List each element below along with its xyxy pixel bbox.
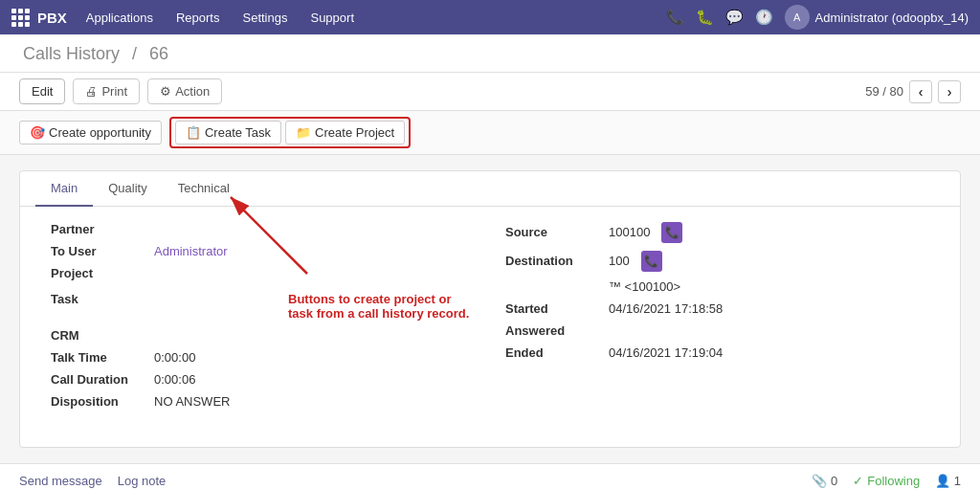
user-menu[interactable]: A Administrator (odoopbx_14) (785, 5, 969, 30)
grid-icon (11, 9, 30, 27)
source-phone-btn[interactable]: 📞 (661, 222, 682, 243)
tabs: Main Quality Technical (20, 171, 960, 207)
avatar: A (785, 5, 810, 30)
following-label: Following (867, 474, 920, 488)
tab-technical[interactable]: Technical (163, 171, 245, 207)
send-message-link[interactable]: Send message (19, 474, 102, 488)
toolbar: Edit 🖨 Print ⚙ Action 59 / 80 ‹ › (0, 73, 980, 111)
destination-label: Destination (505, 254, 601, 268)
action-label: Action (175, 84, 210, 99)
field-started: Started 04/16/2021 17:18:58 (505, 301, 929, 316)
page-numbers: 59 / 80 (865, 84, 903, 99)
disposition-value: NO ANSWER (154, 394, 230, 409)
nav-reports[interactable]: Reports (172, 3, 224, 33)
disposition-label: Disposition (51, 394, 146, 409)
tab-main[interactable]: Main (35, 171, 93, 207)
sub-toolbar: 🎯 Create opportunity 📋 Create Task 📁 Cre… (0, 111, 980, 155)
phone-icon[interactable]: 📞 (666, 9, 684, 26)
bottom-bar-right: 📎 0 ✓ Following 👤 1 (812, 474, 961, 488)
call-duration-label: Call Duration (51, 372, 146, 387)
print-button[interactable]: 🖨 Print (73, 78, 140, 104)
field-crm: CRM (51, 328, 475, 343)
source-value: 100100 (609, 225, 650, 239)
paperclip-icon: 📎 (812, 474, 827, 488)
field-project: Project (51, 266, 475, 280)
action-button[interactable]: ⚙ Action (147, 78, 222, 104)
fields-grid: Partner To User Administrator Project Ta… (20, 207, 960, 432)
to-user-value[interactable]: Administrator (154, 244, 228, 258)
check-icon: ✓ (853, 474, 863, 488)
field-task: Task Buttons to create project or task f… (51, 288, 475, 321)
started-value: 04/16/2021 17:18:58 (609, 301, 723, 316)
clock-icon[interactable]: 🕐 (755, 9, 773, 26)
username: Administrator (odoopbx_14) (815, 11, 969, 25)
prev-button[interactable]: ‹ (909, 80, 932, 103)
gear-icon: ⚙ (160, 84, 171, 99)
field-destination: Destination 100 📞 (505, 251, 929, 272)
content-area: Main Quality Technical Partner (0, 155, 980, 463)
attachment-count: 📎 0 (812, 474, 837, 488)
field-to-user: To User Administrator (51, 244, 475, 258)
record-card: Main Quality Technical Partner (19, 170, 961, 448)
brand-name: PBX (37, 10, 67, 26)
task-label: Task (51, 292, 146, 306)
breadcrumb: Calls History / 66 (19, 44, 961, 64)
next-button[interactable]: › (938, 80, 961, 103)
nav-links: Applications Reports Settings Support (82, 3, 358, 33)
chat-icon[interactable]: 💬 (725, 9, 744, 26)
person-icon: 👤 (935, 474, 950, 488)
nav-support[interactable]: Support (306, 3, 358, 33)
field-partner: Partner (51, 222, 475, 236)
top-nav: PBX Applications Reports Settings Suppor… (0, 0, 980, 34)
bug-icon[interactable]: 🐛 (696, 9, 714, 26)
create-task-button[interactable]: 📋 Create Task (175, 121, 281, 144)
followers-value: 1 (954, 474, 961, 488)
create-project-label: Create Project (315, 125, 394, 140)
pagination: 59 / 80 ‹ › (865, 80, 961, 103)
highlight-box: 📋 Create Task 📁 Create Project (169, 117, 411, 148)
print-label: Print (101, 84, 127, 99)
talk-time-label: Talk Time (51, 350, 146, 365)
nav-applications[interactable]: Applications (82, 3, 157, 33)
count-value: 0 (831, 474, 837, 488)
project-label: Project (51, 266, 146, 280)
field-talk-time: Talk Time 0:00:00 (51, 350, 475, 365)
to-user-label: To User (51, 244, 146, 258)
crm-label: CRM (51, 328, 146, 343)
fields-left: Partner To User Administrator Project Ta… (35, 222, 490, 416)
nav-right: 📞 🐛 💬 🕐 A Administrator (odoopbx_14) (666, 5, 969, 30)
tab-quality[interactable]: Quality (93, 171, 162, 207)
following-button[interactable]: ✓ Following (853, 474, 920, 488)
partner-label: Partner (51, 222, 146, 236)
followers-count: 👤 1 (935, 474, 961, 488)
dest2-value: ™ <100100> (609, 279, 680, 294)
answered-label: Answered (505, 323, 601, 338)
breadcrumb-id: 66 (149, 44, 168, 63)
project-icon: 📁 (296, 125, 311, 140)
create-task-label: Create Task (205, 125, 271, 140)
field-ended: Ended 04/16/2021 17:19:04 (505, 345, 929, 360)
fields-right: Source 100100 📞 Destination 100 📞 ™ <100… (490, 222, 945, 416)
create-project-button[interactable]: 📁 Create Project (285, 121, 405, 144)
create-opportunity-button[interactable]: 🎯 Create opportunity (19, 121, 162, 144)
brand: PBX (11, 9, 67, 27)
breadcrumb-base: Calls History (23, 44, 120, 63)
field-disposition: Disposition NO ANSWER (51, 394, 475, 409)
log-note-link[interactable]: Log note (118, 474, 167, 488)
nav-settings[interactable]: Settings (238, 3, 291, 33)
bottom-bar: Send message Log note 📎 0 ✓ Following 👤 … (0, 463, 980, 489)
field-call-duration: Call Duration 0:00:06 (51, 372, 475, 387)
field-dest2: ™ <100100> (505, 279, 929, 294)
source-label: Source (505, 225, 601, 239)
call-duration-value: 0:00:06 (154, 372, 195, 387)
print-icon: 🖨 (85, 84, 98, 99)
ended-value: 04/16/2021 17:19:04 (609, 345, 723, 360)
destination-value: 100 (609, 254, 630, 268)
breadcrumb-sep: / (132, 44, 137, 63)
edit-button[interactable]: Edit (19, 78, 65, 104)
destination-phone-btn[interactable]: 📞 (641, 251, 662, 272)
annotation-text: Buttons to create project or task from a… (288, 292, 475, 321)
ended-label: Ended (505, 345, 601, 360)
create-opportunity-label: Create opportunity (49, 125, 151, 140)
task-icon: 📋 (186, 125, 201, 140)
